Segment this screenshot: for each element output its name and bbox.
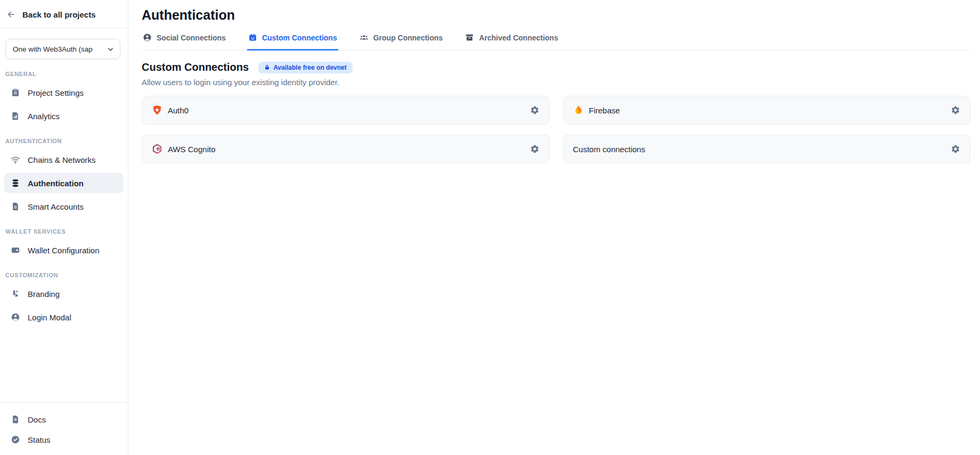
lock-icon	[264, 64, 270, 70]
project-selector-value: One with Web3Auth (sap	[13, 45, 93, 53]
aws-cognito-logo	[152, 144, 162, 154]
main-content: Authentication Social Connections Custom…	[128, 0, 980, 455]
back-to-projects-button[interactable]: Back to all projects	[0, 0, 128, 28]
brush-icon	[11, 289, 20, 299]
sidebar-item-status[interactable]: Status	[4, 431, 124, 449]
card-left: Custom connections	[573, 145, 646, 154]
tab-social-connections[interactable]: Social Connections	[142, 31, 227, 51]
sidebar-item-label: Chains & Networks	[28, 155, 96, 164]
wallet-icon	[11, 245, 20, 255]
sidebar-item-label: Project Settings	[28, 88, 84, 97]
devnet-badge: Available free on devnet	[258, 62, 353, 73]
tab-label: Social Connections	[157, 34, 226, 42]
sidebar-item-smart-accounts[interactable]: Smart Accounts	[4, 196, 124, 217]
chevron-down-icon	[107, 45, 115, 53]
document-icon	[11, 415, 20, 424]
sidebar-item-label: Smart Accounts	[28, 202, 84, 211]
sidebar-item-label: Wallet Configuration	[28, 246, 100, 255]
tab-label: Archived Connections	[479, 34, 558, 42]
archive-icon	[465, 33, 474, 42]
section-head: Custom Connections Available free on dev…	[142, 61, 970, 73]
card-left: Auth0	[152, 105, 189, 115]
gear-icon[interactable]	[951, 144, 960, 154]
connection-card-firebase[interactable]: Firebase	[563, 96, 971, 125]
project-selector-dropdown[interactable]: One with Web3Auth (sap	[5, 39, 120, 59]
card-left: Firebase	[573, 105, 620, 115]
section-label-authentication: AUTHENTICATION	[5, 138, 121, 144]
tab-bar: Social Connections Custom Connections Gr…	[142, 31, 970, 51]
section-label-wallet-services: WALLET SERVICES	[5, 228, 121, 235]
card-label: Auth0	[168, 106, 189, 115]
people-group-icon	[360, 33, 369, 42]
tab-label: Group Connections	[373, 34, 443, 42]
id-badge-icon	[248, 33, 257, 42]
person-circle-icon	[143, 33, 152, 42]
file-icon	[11, 202, 20, 211]
sidebar-item-analytics[interactable]: Analytics	[4, 106, 124, 126]
card-label: Firebase	[589, 106, 620, 115]
sidebar-item-chains-networks[interactable]: Chains & Networks	[4, 150, 124, 170]
connection-card-aws-cognito[interactable]: AWS Cognito	[142, 135, 550, 163]
sidebar-item-docs[interactable]: Docs	[4, 410, 124, 428]
sidebar-footer: Docs Status	[0, 402, 128, 455]
card-label: AWS Cognito	[168, 145, 215, 154]
gear-icon[interactable]	[530, 144, 540, 154]
sidebar-item-authentication[interactable]: Authentication	[4, 173, 124, 193]
section-heading: Custom Connections	[142, 61, 249, 73]
gear-icon[interactable]	[530, 105, 540, 115]
database-icon	[11, 178, 20, 188]
card-label: Custom connections	[573, 145, 646, 154]
auth0-logo	[152, 105, 162, 115]
sidebar-item-label: Branding	[28, 289, 60, 299]
sidebar: Back to all projects One with Web3Auth (…	[0, 0, 128, 455]
connection-card-custom-connections[interactable]: Custom connections	[563, 135, 971, 163]
sidebar-item-wallet-configuration[interactable]: Wallet Configuration	[4, 240, 124, 260]
analytics-icon	[11, 111, 20, 121]
section-description: Allow users to login using your existing…	[142, 78, 970, 87]
back-label: Back to all projects	[22, 10, 96, 19]
arrow-left-icon	[6, 10, 16, 19]
tab-archived-connections[interactable]: Archived Connections	[464, 31, 559, 51]
connections-grid: Auth0 Firebase AWS Cognito	[142, 96, 970, 163]
sidebar-item-branding[interactable]: Branding	[4, 284, 124, 304]
tab-group-connections[interactable]: Group Connections	[358, 31, 444, 51]
sidebar-item-label: Docs	[28, 415, 46, 424]
sidebar-item-label: Status	[28, 435, 51, 444]
sidebar-item-label: Analytics	[28, 112, 60, 121]
badge-label: Available free on devnet	[273, 64, 347, 71]
section-label-customization: CUSTOMIZATION	[5, 272, 121, 278]
sidebar-item-project-settings[interactable]: Project Settings	[4, 82, 124, 103]
gear-icon[interactable]	[951, 105, 960, 115]
card-left: AWS Cognito	[152, 144, 215, 154]
firebase-logo	[573, 105, 584, 115]
clipboard-icon	[11, 88, 20, 97]
sidebar-item-login-modal[interactable]: Login Modal	[4, 307, 124, 327]
user-circle-icon	[11, 312, 20, 322]
sidebar-nav: GENERAL Project Settings Analytics AUTHE…	[0, 59, 128, 402]
sidebar-item-label: Authentication	[28, 179, 84, 188]
sidebar-item-label: Login Modal	[28, 313, 71, 322]
tab-label: Custom Connections	[262, 34, 337, 42]
check-circle-icon	[11, 435, 20, 444]
page-title: Authentication	[142, 7, 970, 23]
tab-custom-connections[interactable]: Custom Connections	[247, 31, 338, 51]
wifi-icon	[11, 155, 20, 164]
connection-card-auth0[interactable]: Auth0	[142, 96, 550, 125]
section-label-general: GENERAL	[5, 71, 121, 77]
